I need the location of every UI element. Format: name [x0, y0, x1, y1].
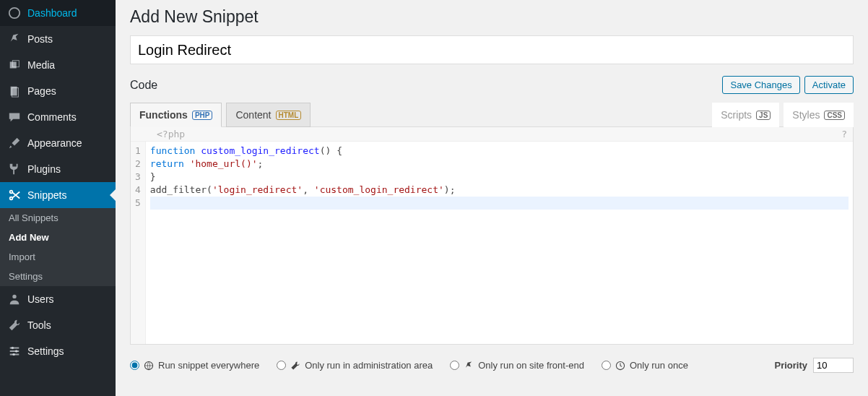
sidebar-item-posts[interactable]: Posts	[0, 26, 116, 52]
brush-icon	[7, 136, 22, 150]
code-section-label: Code	[130, 79, 157, 92]
tab-label: Content	[235, 109, 271, 121]
main-content: Add New Snippet Code Save Changes Activa…	[116, 0, 868, 396]
badge-js: JS	[756, 111, 771, 120]
code-editor[interactable]: <?php ? 1 2 3 4 5 function custom_login_…	[130, 126, 854, 345]
snippet-title-input[interactable]	[130, 35, 854, 64]
sidebar-item-settings[interactable]: Settings	[0, 338, 116, 364]
priority-input[interactable]	[813, 358, 854, 373]
subitem-settings[interactable]: Settings	[0, 267, 116, 286]
priority-field: Priority	[774, 358, 854, 373]
subitem-add-new[interactable]: Add New	[0, 228, 116, 247]
sidebar-item-comments[interactable]: Comments	[0, 104, 116, 130]
run-admin-radio[interactable]	[277, 361, 286, 370]
save-changes-button[interactable]: Save Changes	[722, 76, 799, 94]
editor-opener: <?php ?	[131, 127, 853, 142]
sidebar-label: Tools	[27, 319, 51, 331]
run-everywhere-option[interactable]: Run snippet everywhere	[130, 360, 259, 371]
run-frontend-radio[interactable]	[450, 361, 459, 370]
badge-php: PHP	[192, 111, 213, 120]
svg-point-10	[12, 353, 15, 356]
scissors-icon	[7, 188, 22, 202]
tab-functions[interactable]: Functions PHP	[130, 103, 222, 127]
editor-gutter: 1 2 3 4 5	[131, 142, 146, 344]
tab-styles: Styles CSS	[784, 103, 854, 127]
tab-scripts: Scripts JS	[712, 103, 779, 127]
run-once-option[interactable]: Only run once	[602, 360, 688, 371]
run-admin-option[interactable]: Only run in administration area	[277, 360, 433, 371]
plug-icon	[7, 162, 22, 176]
editor-help-icon[interactable]: ?	[841, 129, 847, 139]
run-everywhere-radio[interactable]	[130, 361, 139, 370]
svg-rect-1	[10, 62, 17, 69]
wrench-icon	[290, 361, 300, 371]
sidebar-label: Settings	[27, 345, 64, 357]
page-icon	[7, 84, 22, 98]
user-icon	[7, 292, 22, 306]
page-title: Add New Snippet	[130, 7, 854, 27]
sidebar-item-dashboard[interactable]: Dashboard	[0, 0, 116, 26]
sidebar-label: Posts	[27, 33, 53, 45]
sidebar-item-users[interactable]: Users	[0, 286, 116, 312]
media-icon	[7, 58, 22, 72]
sidebar-item-plugins[interactable]: Plugins	[0, 156, 116, 182]
svg-point-8	[12, 347, 14, 350]
sidebar-label: Snippets	[27, 189, 66, 201]
sidebar-label: Pages	[27, 85, 56, 97]
run-options-row: Run snippet everywhere Only run in admin…	[130, 358, 854, 373]
svg-point-9	[15, 350, 18, 353]
sidebar-subitems: All Snippets Add New Import Settings	[0, 208, 116, 286]
tab-label: Styles	[792, 109, 820, 121]
sliders-icon	[7, 344, 22, 358]
sidebar-label: Comments	[27, 111, 77, 123]
activate-button[interactable]: Activate	[804, 76, 854, 94]
sidebar-item-tools[interactable]: Tools	[0, 312, 116, 338]
badge-html: HTML	[276, 111, 302, 120]
clock-icon	[615, 361, 625, 371]
pin-icon	[7, 32, 22, 46]
sidebar-label: Users	[27, 293, 54, 305]
sidebar-item-snippets[interactable]: Snippets	[0, 182, 116, 208]
badge-css: CSS	[824, 111, 845, 120]
tab-label: Scripts	[721, 109, 752, 121]
svg-point-5	[10, 191, 13, 194]
comments-icon	[7, 110, 22, 124]
subitem-import[interactable]: Import	[0, 247, 116, 267]
wrench-icon	[7, 318, 22, 332]
svg-point-6	[10, 197, 13, 200]
subitem-all-snippets[interactable]: All Snippets	[0, 208, 116, 228]
sidebar-item-appearance[interactable]: Appearance	[0, 130, 116, 156]
editor-code[interactable]: function custom_login_redirect() { retur…	[146, 142, 853, 344]
tab-content[interactable]: Content HTML	[226, 103, 311, 127]
admin-sidebar: Dashboard Posts Media Pages Comments App…	[0, 0, 116, 396]
priority-label: Priority	[774, 360, 807, 371]
sidebar-item-pages[interactable]: Pages	[0, 78, 116, 104]
sidebar-label: Dashboard	[27, 7, 77, 19]
globe-icon	[144, 361, 154, 371]
sidebar-label: Plugins	[27, 163, 61, 175]
pin-icon	[464, 361, 474, 371]
sidebar-label: Appearance	[27, 137, 82, 149]
sidebar-label: Media	[27, 59, 55, 71]
run-frontend-option[interactable]: Only run on site front-end	[450, 360, 584, 371]
run-once-radio[interactable]	[602, 361, 611, 370]
dashboard-icon	[7, 6, 22, 20]
sidebar-item-media[interactable]: Media	[0, 52, 116, 78]
svg-point-7	[12, 295, 16, 298]
tab-label: Functions	[139, 109, 188, 121]
